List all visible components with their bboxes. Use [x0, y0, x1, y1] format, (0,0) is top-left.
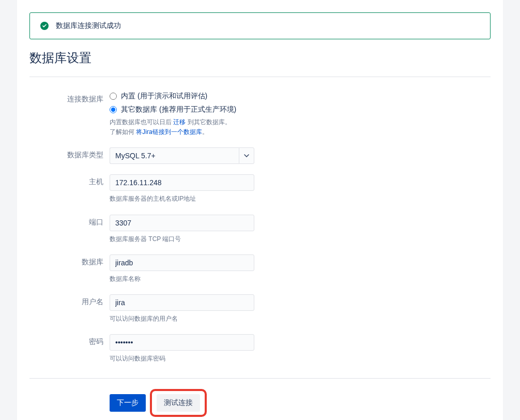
alert-message: 数据库连接测试成功 [56, 21, 121, 31]
radio-external-label: 其它数据库 (推荐用于正式生产环境) [121, 105, 236, 114]
test-connection-button[interactable]: 测试连接 [157, 394, 200, 412]
help-line2-prefix: 了解如何 [110, 128, 136, 136]
content-panel: 数据库连接测试成功 数据库设置 连接数据库 内置 (用于演示和试用评估) 其它数… [17, 0, 503, 420]
help-line1-prefix: 内置数据库也可以日后 [110, 118, 173, 126]
migrate-link[interactable]: 迁移 [173, 118, 186, 126]
radio-external-input[interactable] [110, 106, 117, 113]
radio-builtin-input[interactable] [110, 93, 117, 100]
help-line1-suffix: 到其它数据库。 [186, 118, 231, 126]
username-control: 可以访问数据库的用户名 [110, 294, 254, 324]
connection-label: 连接数据库 [29, 92, 110, 137]
dbtype-value: MySQL 5.7+ [110, 147, 239, 164]
divider [29, 77, 491, 77]
jira-db-link[interactable]: 将Jira链接到一个数据库 [136, 128, 202, 136]
help-line2-suffix: 。 [202, 128, 208, 136]
dbtype-control: MySQL 5.7+ [110, 147, 254, 164]
bottom-divider [29, 378, 491, 379]
password-help: 可以访问数据库密码 [110, 354, 254, 364]
form-row-connection: 连接数据库 内置 (用于演示和试用评估) 其它数据库 (推荐用于正式生产环境) … [29, 92, 491, 137]
port-help: 数据库服务器 TCP 端口号 [110, 234, 254, 244]
form-row-database: 数据库 数据库名称 [29, 254, 491, 284]
username-help: 可以访问数据库的用户名 [110, 314, 254, 324]
form-row-host: 主机 数据库服务器的主机名或IP地址 [29, 174, 491, 204]
check-circle-icon [40, 22, 49, 30]
form-row-username: 用户名 可以访问数据库的用户名 [29, 294, 491, 324]
connection-radio-group: 内置 (用于演示和试用评估) 其它数据库 (推荐用于正式生产环境) [110, 92, 236, 114]
password-input[interactable] [110, 334, 254, 351]
port-label: 端口 [29, 215, 110, 244]
form-row-dbtype: 数据库类型 MySQL 5.7+ [29, 147, 491, 164]
host-control: 数据库服务器的主机名或IP地址 [110, 174, 254, 204]
highlight-annotation: 测试连接 [150, 389, 207, 417]
form-row-password: 密码 可以访问数据库密码 [29, 334, 491, 364]
port-input[interactable] [110, 215, 254, 231]
dbtype-label: 数据库类型 [29, 147, 110, 164]
connection-help: 内置数据库也可以日后 迁移 到其它数据库。 了解如何 将Jira链接到一个数据库… [110, 117, 236, 137]
port-control: 数据库服务器 TCP 端口号 [110, 215, 254, 244]
host-label: 主机 [29, 174, 110, 204]
username-label: 用户名 [29, 294, 110, 324]
radio-external[interactable]: 其它数据库 (推荐用于正式生产环境) [110, 105, 236, 114]
host-input[interactable] [110, 174, 254, 191]
username-input[interactable] [110, 294, 254, 311]
page-title: 数据库设置 [29, 50, 491, 66]
database-help: 数据库名称 [110, 274, 254, 284]
next-button[interactable]: 下一步 [110, 394, 146, 412]
form-row-port: 端口 数据库服务器 TCP 端口号 [29, 215, 491, 244]
host-help: 数据库服务器的主机名或IP地址 [110, 194, 254, 204]
database-label: 数据库 [29, 254, 110, 284]
password-control: 可以访问数据库密码 [110, 334, 254, 364]
dbtype-select[interactable]: MySQL 5.7+ [110, 147, 254, 164]
radio-builtin-label: 内置 (用于演示和试用评估) [121, 92, 207, 101]
radio-builtin[interactable]: 内置 (用于演示和试用评估) [110, 92, 236, 101]
database-control: 数据库名称 [110, 254, 254, 284]
chevron-down-icon[interactable] [239, 147, 254, 164]
connection-control: 内置 (用于演示和试用评估) 其它数据库 (推荐用于正式生产环境) 内置数据库也… [110, 92, 236, 137]
password-label: 密码 [29, 334, 110, 364]
database-input[interactable] [110, 254, 254, 271]
button-row: 下一步 测试连接 [29, 389, 491, 417]
success-alert: 数据库连接测试成功 [29, 12, 491, 39]
